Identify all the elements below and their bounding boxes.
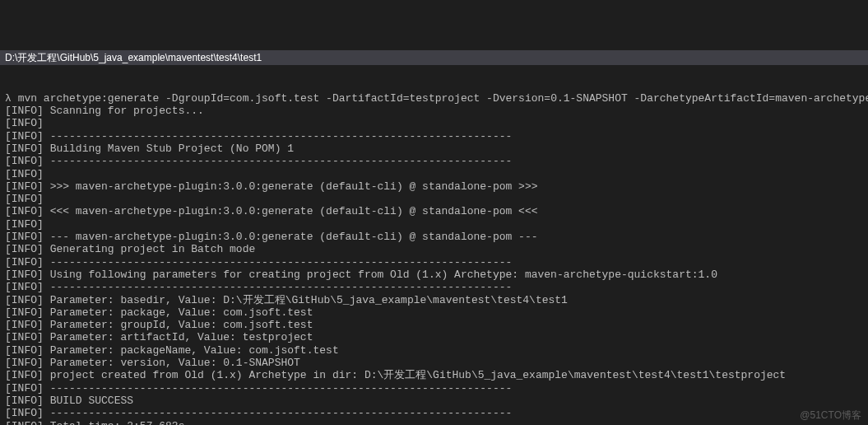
terminal-output[interactable]: λ mvn archetype:generate -DgroupId=com.j…	[0, 91, 868, 425]
log-tag: [INFO]	[5, 205, 44, 217]
log-line: [INFO] >>> maven-archetype-plugin:3.0.0:…	[5, 180, 863, 193]
log-tag: [INFO]	[5, 243, 44, 255]
watermark: @51CTO博客	[800, 409, 861, 422]
log-line: [INFO] ---------------------------------…	[5, 281, 863, 293]
log-separator: ----------------------------------------…	[50, 155, 513, 167]
log-tag: [INFO]	[5, 369, 44, 381]
command-text: mvn archetype:generate -DgroupId=com.jso…	[18, 92, 868, 105]
log-line: [INFO] Parameter: packageName, Value: co…	[5, 344, 863, 357]
log-tag: [INFO]	[5, 382, 44, 395]
log-message: <<< maven-archetype-plugin:3.0.0:generat…	[50, 205, 538, 217]
log-line: [INFO] project created from Old (1.x) Ar…	[5, 369, 863, 381]
log-line: [INFO]	[5, 117, 863, 129]
log-tag: [INFO]	[5, 256, 44, 269]
log-line: [INFO]	[5, 193, 863, 205]
log-separator: ----------------------------------------…	[50, 382, 513, 395]
log-line: [INFO] Building Maven Stub Project (No P…	[5, 142, 863, 155]
log-message: BUILD SUCCESS	[50, 395, 133, 407]
log-line: [INFO] ---------------------------------…	[5, 256, 863, 269]
prompt-line: λ mvn archetype:generate -DgroupId=com.j…	[5, 92, 863, 105]
log-separator: ----------------------------------------…	[50, 281, 513, 293]
log-line: [INFO] <<< maven-archetype-plugin:3.0.0:…	[5, 205, 863, 217]
log-message: Scanning for projects...	[50, 105, 204, 117]
log-message: Parameter: artifactId, Value: testprojec…	[50, 331, 313, 343]
log-message: Parameter: groupId, Value: com.jsoft.tes…	[50, 319, 313, 331]
log-line: [INFO] Parameter: package, Value: com.js…	[5, 306, 863, 319]
log-line: [INFO] Total time: 2:57.683s	[5, 420, 863, 426]
log-tag: [INFO]	[5, 331, 44, 343]
log-tag: [INFO]	[5, 281, 44, 293]
log-line: [INFO]	[5, 218, 863, 231]
log-line: [INFO] Using following parameters for cr…	[5, 269, 863, 281]
log-message: Total time: 2:57.683s	[50, 420, 185, 426]
log-tag: [INFO]	[5, 130, 44, 142]
log-separator: ----------------------------------------…	[50, 407, 513, 419]
log-line: [INFO] --- maven-archetype-plugin:3.0.0:…	[5, 231, 863, 243]
log-line: [INFO]	[5, 168, 863, 180]
log-message: Parameter: packageName, Value: com.jsoft…	[50, 344, 339, 357]
log-tag: [INFO]	[5, 142, 44, 155]
log-line: [INFO] Parameter: basedir, Value: D:\开发工…	[5, 294, 863, 306]
log-message: Parameter: version, Value: 0.1-SNAPSHOT	[50, 357, 300, 369]
log-line: [INFO] ---------------------------------…	[5, 130, 863, 142]
log-message: >>> maven-archetype-plugin:3.0.0:generat…	[50, 180, 538, 193]
log-tag: [INFO]	[5, 269, 44, 281]
log-tag: [INFO]	[5, 294, 44, 306]
log-separator: ----------------------------------------…	[50, 256, 513, 269]
log-lines: [INFO] Scanning for projects...[INFO] [I…	[5, 105, 863, 425]
log-line: [INFO] Generating project in Batch mode	[5, 243, 863, 255]
log-line: [INFO] Parameter: groupId, Value: com.js…	[5, 319, 863, 331]
log-line: [INFO] ---------------------------------…	[5, 382, 863, 395]
log-message: --- maven-archetype-plugin:3.0.0:generat…	[50, 231, 538, 243]
log-tag: [INFO]	[5, 180, 44, 193]
log-tag: [INFO]	[5, 193, 44, 205]
log-tag: [INFO]	[5, 231, 44, 243]
log-line: [INFO] BUILD SUCCESS	[5, 395, 863, 407]
log-separator: ----------------------------------------…	[50, 130, 513, 142]
log-tag: [INFO]	[5, 155, 44, 167]
log-message: Parameter: package, Value: com.jsoft.tes…	[50, 306, 313, 319]
window-titlebar: D:\开发工程\GitHub\5_java_example\maventest\…	[0, 50, 868, 65]
log-line: [INFO] Scanning for projects...	[5, 105, 863, 117]
log-message: Parameter: basedir, Value: D:\开发工程\GitHu…	[50, 294, 568, 306]
log-message: Using following parameters for creating …	[50, 269, 717, 281]
log-tag: [INFO]	[5, 420, 44, 426]
log-tag: [INFO]	[5, 306, 44, 319]
log-tag: [INFO]	[5, 168, 44, 180]
log-tag: [INFO]	[5, 105, 44, 117]
log-tag: [INFO]	[5, 357, 44, 369]
log-message: project created from Old (1.x) Archetype…	[50, 369, 787, 381]
log-tag: [INFO]	[5, 218, 44, 231]
log-tag: [INFO]	[5, 344, 44, 357]
log-line: [INFO] Parameter: artifactId, Value: tes…	[5, 331, 863, 343]
log-line: [INFO] ---------------------------------…	[5, 155, 863, 167]
log-message: Building Maven Stub Project (No POM) 1	[50, 142, 294, 155]
log-line: [INFO] ---------------------------------…	[5, 407, 863, 419]
log-tag: [INFO]	[5, 319, 44, 331]
log-line: [INFO] Parameter: version, Value: 0.1-SN…	[5, 357, 863, 369]
prompt-glyph: λ	[5, 92, 12, 105]
log-tag: [INFO]	[5, 407, 44, 419]
log-tag: [INFO]	[5, 117, 44, 129]
log-tag: [INFO]	[5, 395, 44, 407]
window-title-path: D:\开发工程\GitHub\5_java_example\maventest\…	[5, 52, 262, 64]
log-message: Generating project in Batch mode	[50, 243, 256, 255]
